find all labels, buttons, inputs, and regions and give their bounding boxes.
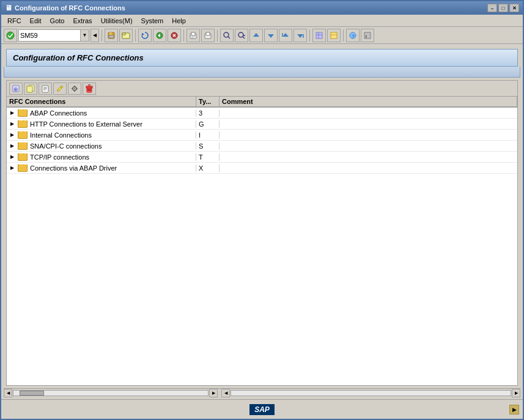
folder-icon-2	[18, 131, 26, 138]
title-bar: 🖥 Configuration of RFC Connections – □ ✕	[1, 1, 523, 15]
menu-bar: RFC Edit Goto Extras Utilities(M) System…	[1, 15, 523, 27]
edit-button[interactable]	[53, 83, 67, 95]
menu-extras[interactable]: Extras	[69, 16, 95, 26]
svg-marker-46	[57, 86, 63, 91]
svg-point-18	[224, 32, 229, 37]
app-icon: 🖥	[5, 4, 12, 12]
minimize-button[interactable]: –	[487, 4, 497, 12]
last-button[interactable]	[293, 29, 307, 42]
svg-marker-25	[282, 33, 289, 37]
svg-marker-24	[268, 34, 274, 38]
layout-button[interactable]	[312, 29, 326, 42]
open-button[interactable]	[119, 29, 133, 42]
scroll-right[interactable]: ▶	[209, 389, 218, 397]
row-name-2: ▶ Internal Connections	[7, 131, 196, 139]
expand-arrow-0[interactable]: ▶	[10, 110, 15, 116]
sap-logo-bar: SAP ▶	[1, 399, 523, 419]
scroll-right2[interactable]: ▶	[512, 389, 520, 397]
settings-button[interactable]	[327, 29, 341, 42]
page-header: Configuration of RFC Connections	[6, 49, 518, 67]
svg-point-20	[238, 32, 243, 37]
title-bar-text: Configuration of RFC Connections	[15, 4, 125, 12]
scroll-left2[interactable]: ◀	[221, 389, 230, 397]
pagedown-button[interactable]	[264, 29, 278, 42]
delete-button[interactable]	[83, 83, 96, 95]
svg-rect-41	[27, 86, 32, 92]
col-header-name: RFC Connections	[7, 97, 196, 106]
row-name-0: ▶ ABAP Connections	[7, 109, 196, 117]
find-next-button[interactable]	[235, 29, 248, 42]
expand-arrow-1[interactable]: ▶	[10, 121, 15, 127]
svg-text:⊕: ⊕	[13, 86, 18, 92]
table-row[interactable]: ▶ ABAP Connections 3	[7, 108, 517, 119]
scroll-track-right[interactable]	[231, 390, 511, 396]
expand-arrow-2[interactable]: ▶	[10, 132, 15, 138]
ok-button[interactable]	[4, 29, 17, 42]
table-row[interactable]: ▶ SNA/CPI-C connections S	[7, 141, 517, 152]
menu-utilities[interactable]: Utilities(M)	[97, 16, 136, 26]
table-row[interactable]: ▶ Connections via ABAP Driver X	[7, 163, 517, 174]
expand-arrow-4[interactable]: ▶	[10, 154, 15, 160]
menu-help[interactable]: Help	[168, 16, 190, 26]
folder-icon-5	[18, 164, 26, 171]
svg-rect-3	[109, 35, 114, 38]
separator-6	[343, 29, 344, 42]
menu-rfc[interactable]: RFC	[4, 16, 25, 26]
svg-rect-55	[86, 86, 92, 88]
nav-back[interactable]: ◀	[90, 29, 99, 42]
toolbar: ▼ ◀	[1, 27, 523, 44]
maximize-button[interactable]: □	[498, 4, 508, 12]
menu-edit[interactable]: Edit	[26, 16, 45, 26]
new-button[interactable]	[39, 83, 52, 95]
help-button[interactable]: ?	[346, 29, 360, 42]
row-label-0: ABAP Connections	[30, 109, 87, 117]
notification-icon[interactable]: ▶	[509, 405, 519, 414]
scroll-track-left[interactable]	[13, 390, 208, 396]
action-toolbar: ⊕	[7, 81, 517, 97]
configure-button[interactable]	[68, 83, 81, 95]
table-row[interactable]: ▶ TCP/IP connections T	[7, 152, 517, 163]
create-button[interactable]: ⊕	[9, 83, 23, 95]
copy-button[interactable]	[24, 83, 37, 95]
back-button[interactable]	[153, 29, 166, 42]
transaction-code-input[interactable]	[19, 32, 80, 39]
row-name-3: ▶ SNA/CPI-C connections	[7, 142, 196, 150]
expand-arrow-5[interactable]: ▶	[10, 165, 15, 171]
cancel-button[interactable]	[168, 29, 181, 42]
expand-arrow-3[interactable]: ▶	[10, 143, 15, 149]
save-button[interactable]	[105, 29, 118, 42]
find-button[interactable]	[220, 29, 234, 42]
first-button[interactable]	[279, 29, 292, 42]
row-type-2: I	[196, 131, 220, 139]
close-button[interactable]: ✕	[509, 4, 519, 12]
print-button[interactable]	[186, 29, 200, 42]
svg-rect-17	[206, 32, 210, 35]
row-label-4: TCP/IP connections	[30, 153, 89, 161]
row-type-5: X	[196, 164, 220, 172]
svg-rect-15	[191, 37, 194, 38]
row-type-4: T	[196, 153, 220, 161]
row-type-3: S	[196, 142, 220, 150]
menu-goto[interactable]: Goto	[46, 16, 68, 26]
transaction-dropdown[interactable]: ▼	[80, 30, 89, 41]
separator-3	[183, 29, 184, 42]
row-name-5: ▶ Connections via ABAP Driver	[7, 164, 196, 172]
header-spacer	[4, 67, 520, 78]
table-row[interactable]: ▶ HTTP Connections to External Server G	[7, 119, 517, 130]
pageup-button[interactable]	[249, 29, 263, 42]
svg-rect-5	[122, 33, 125, 35]
svg-rect-32	[331, 32, 337, 39]
table-row[interactable]: ▶ Internal Connections I	[7, 130, 517, 141]
page-title: Configuration of RFC Connections	[13, 53, 144, 62]
sap-logo: SAP	[249, 404, 275, 415]
row-label-1: HTTP Connections to External Server	[30, 120, 142, 128]
refresh-button[interactable]	[138, 29, 152, 42]
svg-point-0	[7, 32, 14, 39]
status-button[interactable]: i	[361, 29, 374, 42]
svg-rect-2	[109, 32, 112, 35]
print2-button[interactable]	[201, 29, 215, 42]
scroll-left[interactable]: ◀	[4, 389, 12, 397]
menu-system[interactable]: System	[138, 16, 168, 26]
svg-line-21	[243, 37, 245, 39]
svg-text:i: i	[366, 34, 367, 39]
